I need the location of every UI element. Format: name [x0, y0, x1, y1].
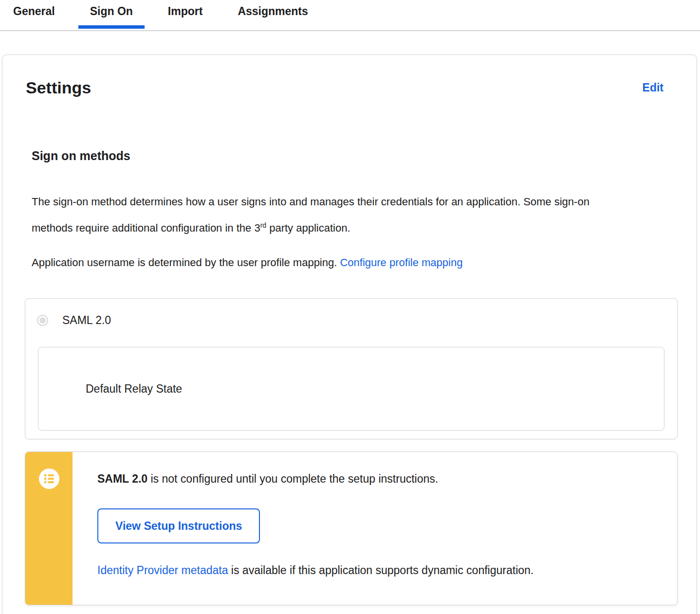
sign-on-methods-heading: Sign on methods: [32, 148, 697, 163]
edit-link[interactable]: Edit: [643, 81, 663, 94]
default-relay-state-box: Default Relay State: [38, 347, 664, 431]
username-mapping-note: Application username is determined by th…: [32, 251, 630, 274]
callout-footer-text: is available if this application support…: [228, 564, 534, 577]
saml-setup-callout: SAML 2.0 is not configured until you com…: [25, 451, 678, 605]
callout-message: SAML 2.0 is not configured until you com…: [97, 471, 658, 487]
description-superscript: rd: [260, 221, 266, 229]
saml-method-box: SAML 2.0 Default Relay State: [25, 298, 678, 439]
tab-sign-on[interactable]: Sign On: [90, 5, 133, 28]
view-setup-instructions-button[interactable]: View Setup Instructions: [97, 508, 260, 543]
callout-footer: Identity Provider metadata is available …: [97, 563, 658, 578]
callout-method-name: SAML 2.0: [97, 472, 147, 485]
identity-provider-metadata-link[interactable]: Identity Provider metadata: [97, 564, 228, 577]
settings-card: Settings Edit Sign on methods The sign-o…: [2, 54, 697, 614]
callout-content: SAML 2.0 is not configured until you com…: [25, 452, 677, 605]
app-tabbar: General Sign On Import Assignments: [0, 0, 700, 31]
saml-radio-button[interactable]: [37, 315, 48, 326]
page-title: Settings: [26, 77, 91, 98]
caution-stripe: [25, 452, 73, 605]
tab-import[interactable]: Import: [168, 5, 203, 28]
default-relay-state-label: Default Relay State: [86, 382, 182, 396]
username-note-text: Application username is determined by th…: [32, 256, 340, 269]
callout-message-text: is not configured until you complete the…: [147, 472, 438, 485]
tab-general[interactable]: General: [13, 5, 55, 28]
list-icon: [39, 469, 59, 489]
description-text-end: party application.: [266, 222, 350, 234]
tab-assignments[interactable]: Assignments: [238, 5, 308, 28]
settings-card-header: Settings Edit: [2, 55, 697, 98]
saml-radio-label: SAML 2.0: [62, 314, 111, 326]
saml-radio-row: SAML 2.0: [25, 299, 677, 326]
sign-on-methods-description: The sign-on method determines how a user…: [32, 190, 630, 240]
configure-profile-mapping-link[interactable]: Configure profile mapping: [340, 256, 462, 269]
